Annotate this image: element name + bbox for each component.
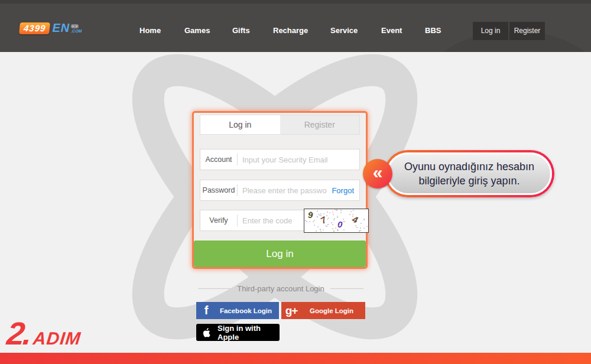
password-row: Password Forgot — [200, 180, 360, 201]
login-panel: Log in Register Account Password Forgot … — [192, 111, 368, 269]
facebook-icon: f — [196, 302, 216, 319]
captcha-image[interactable]: 9704 — [304, 209, 369, 233]
verify-code-input[interactable] — [238, 216, 297, 225]
bottom-accent-bar — [0, 353, 591, 364]
tooltip-text-line2: bilgileriyle giriş yapın. — [418, 174, 519, 188]
nav-item-event[interactable]: Event — [381, 26, 402, 35]
verify-row: Verify 9704 — [200, 210, 360, 231]
tab-register[interactable]: Register — [280, 115, 360, 134]
account-input[interactable] — [238, 155, 359, 164]
nav-item-service[interactable]: Service — [330, 26, 358, 35]
step-number: 2. — [5, 315, 33, 352]
chevron-left-icon: « — [363, 159, 392, 188]
login-submit-button[interactable]: Log in — [194, 240, 366, 267]
facebook-login-button[interactable]: f Facebook Login — [196, 302, 279, 319]
password-input[interactable] — [238, 186, 332, 195]
tooltip-text-line1: Oyunu oynadığınız hesabın — [404, 160, 534, 174]
google-login-label: Google Login — [301, 307, 365, 314]
forgot-password-link[interactable]: Forgot — [332, 186, 359, 195]
google-plus-icon: g+ — [281, 302, 301, 319]
nav-item-home[interactable]: Home — [139, 26, 161, 35]
step-tooltip: Oyunu oynadığınız hesabın bilgileriyle g… — [384, 150, 554, 197]
third-party-divider-label: Third-party account Login — [231, 284, 330, 293]
google-login-button[interactable]: g+ Google Login — [281, 302, 365, 319]
nav-item-games[interactable]: Games — [184, 26, 210, 35]
tab-login[interactable]: Log in — [200, 115, 280, 134]
facebook-login-label: Facebook Login — [216, 307, 279, 314]
account-label: Account — [200, 155, 237, 164]
apple-login-label: Sign in with Apple — [216, 324, 280, 342]
nav-login-button[interactable]: Log in — [473, 22, 508, 40]
page: 4399 EN .COM Home Games Gifts Recharge S… — [0, 0, 591, 364]
third-party-divider: Third-party account Login — [198, 284, 363, 293]
nav-item-gifts[interactable]: Gifts — [232, 26, 250, 35]
top-navbar: 4399 EN .COM Home Games Gifts Recharge S… — [0, 0, 591, 52]
step-label: ADIM — [32, 329, 82, 349]
nav-register-button[interactable]: Register — [509, 22, 545, 40]
verify-label: Verify — [200, 216, 237, 225]
nav-item-recharge[interactable]: Recharge — [273, 26, 308, 35]
account-row: Account — [200, 149, 360, 170]
login-register-tabs: Log in Register — [200, 115, 360, 135]
password-label: Password — [200, 186, 237, 194]
apple-icon — [196, 327, 216, 338]
nav-item-bbs[interactable]: BBS — [425, 26, 441, 35]
step-marker: 2. ADIM — [5, 315, 83, 352]
apple-login-button[interactable]: Sign in with Apple — [196, 324, 280, 341]
